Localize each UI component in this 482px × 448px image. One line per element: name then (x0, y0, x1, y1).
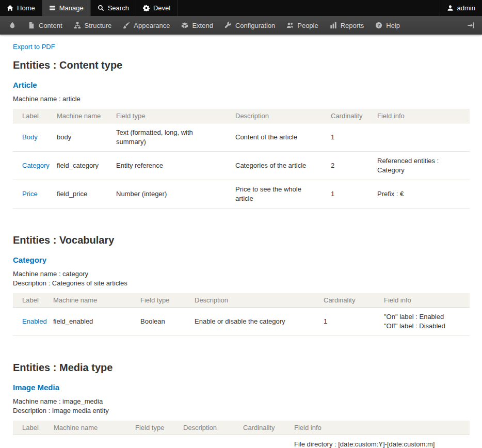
toolbar: Home Manage Search Devel admin (0, 0, 482, 16)
col-header-cardinality: Cardinality (317, 293, 378, 308)
page-content: Export to PDF Entities : Content type Ar… (0, 35, 482, 448)
search-icon (98, 5, 104, 11)
field-info-line: Prefix : € (377, 189, 463, 199)
table-header-row: Label Machine name Field type Descriptio… (13, 109, 470, 123)
type-cell: Text (formatted, long, with summary) (110, 123, 229, 152)
toolbar-item-search[interactable]: Search (91, 0, 136, 16)
user-icon (447, 5, 454, 11)
field-info-cell: "On" label : Enabled "Off" label : Disab… (378, 308, 470, 336)
page-title: Entities : Content type (13, 59, 470, 71)
col-header-field-type: Field type (129, 421, 177, 435)
toolbar-item-label: Manage (59, 4, 84, 12)
tray-item-label: Help (386, 22, 400, 29)
type-cell: Number (integer) (110, 180, 229, 209)
tray-item-structure[interactable]: Structure (68, 16, 118, 35)
machine-name-line: Machine name : article (13, 94, 470, 104)
tray-item-appearance[interactable]: Appearance (117, 16, 175, 35)
field-info-cell: Referenced entities : Category (371, 152, 470, 180)
col-header-description: Description (177, 421, 237, 435)
type-cell: Image (129, 435, 177, 448)
type-cell: Entity reference (110, 152, 229, 180)
field-info-cell: File directory : [date:custom:Y]-[date:c… (288, 435, 470, 448)
col-header-field-type: Field type (134, 293, 188, 308)
tray-item-extend[interactable]: Extend (175, 16, 218, 35)
field-info-cell (371, 123, 470, 152)
cardinality-cell: 1 (325, 180, 371, 209)
field-info-line: File directory : [date:custom:Y]-[date:c… (294, 440, 463, 448)
reports-icon (330, 22, 337, 29)
field-info-cell: Prefix : € (371, 180, 470, 209)
export-pdf-link[interactable]: Export to PDF (13, 43, 55, 51)
table-row: Image field_media_image Image 1 File dir… (13, 435, 470, 448)
field-link-enabled[interactable]: Enabled (22, 317, 47, 325)
configuration-icon (224, 22, 232, 29)
toolbar-item-label: Search (108, 4, 129, 12)
table-row: Category field_category Entity reference… (13, 152, 470, 180)
tray-spacer (406, 16, 459, 35)
machine-cell: field_enabled (47, 308, 134, 336)
structure-icon (74, 22, 81, 29)
section-content-type: Entities : Content type Article Machine … (13, 59, 470, 209)
col-header-field-info: Field info (288, 421, 470, 435)
tray-item-index[interactable] (0, 16, 22, 35)
toolbar-item-manage[interactable]: Manage (42, 0, 91, 16)
description-cell: Enable or disable the category (188, 308, 317, 336)
description-cell: Price to see the whole article (229, 180, 325, 209)
machine-cell: body (51, 123, 110, 152)
machine-cell: field_media_image (47, 435, 129, 448)
svg-text:?: ? (377, 23, 380, 28)
cardinality-cell: 1 (317, 308, 378, 336)
col-header-label: Label (13, 421, 47, 435)
toggle-orientation-button[interactable] (459, 16, 482, 35)
col-header-field-info: Field info (378, 293, 470, 308)
field-info-line: Referenced entities : Category (377, 156, 463, 175)
tray-item-reports[interactable]: Reports (324, 16, 370, 35)
machine-cell: field_category (51, 152, 110, 180)
content-icon (28, 22, 35, 29)
machine-name-line: Machine name : category (13, 269, 470, 279)
cardinality-cell: 1 (325, 123, 371, 152)
field-info-line: "On" label : Enabled (384, 312, 463, 322)
tray-item-configuration[interactable]: Configuration (219, 16, 281, 35)
table-row: Enabled field_enabled Boolean Enable or … (13, 308, 470, 336)
col-header-label: Label (13, 109, 51, 123)
entity-link-category[interactable]: Category (13, 255, 46, 264)
section-vocabulary: Entities : Vocabulary Category Machine n… (13, 234, 470, 336)
entity-link-article[interactable]: Article (13, 81, 37, 89)
toggle-vertical-icon (467, 22, 474, 29)
type-cell: Boolean (134, 308, 188, 336)
toolbar-user-menu[interactable]: admin (440, 0, 482, 16)
table-row: Body body Text (formatted, long, with su… (13, 123, 470, 152)
field-info-line: "Off" label : Disabled (384, 322, 463, 331)
col-header-field-type: Field type (110, 109, 229, 123)
gear-icon (143, 5, 150, 11)
table-header-row: Label Machine name Field type Descriptio… (13, 421, 470, 435)
col-header-machine-name: Machine name (47, 293, 134, 308)
page-title: Entities : Vocabulary (13, 234, 470, 246)
menu-icon (49, 5, 56, 11)
tray-item-help[interactable]: ? Help (369, 16, 406, 35)
tray-item-content[interactable]: Content (22, 16, 68, 35)
toolbar-item-label: Home (17, 4, 35, 12)
toolbar-spacer (178, 0, 439, 16)
col-header-cardinality: Cardinality (325, 109, 371, 123)
tray-item-label: Extend (192, 22, 213, 29)
admin-menu-tray: Content Structure Appearance Extend Conf… (0, 16, 482, 35)
col-header-field-info: Field info (371, 109, 470, 123)
fields-table-image-media: Label Machine name Field type Descriptio… (13, 421, 470, 448)
toolbar-item-home[interactable]: Home (0, 0, 42, 16)
tray-item-people[interactable]: People (281, 16, 324, 35)
toolbar-item-devel[interactable]: Devel (136, 0, 178, 16)
fields-table-category: Label Machine name Field type Descriptio… (13, 293, 470, 336)
table-header-row: Label Machine name Field type Descriptio… (13, 293, 470, 308)
entity-link-image-media[interactable]: Image Media (13, 383, 59, 392)
drupal-icon (9, 22, 16, 29)
cardinality-cell: 2 (325, 152, 371, 180)
field-link-category[interactable]: Category (22, 162, 50, 169)
table-row: Price field_price Number (integer) Price… (13, 180, 470, 209)
field-link-body[interactable]: Body (22, 133, 38, 141)
tray-item-label: Reports (341, 22, 364, 29)
tray-item-label: People (297, 22, 318, 29)
field-link-price[interactable]: Price (22, 190, 38, 198)
col-header-description: Description (188, 293, 317, 308)
